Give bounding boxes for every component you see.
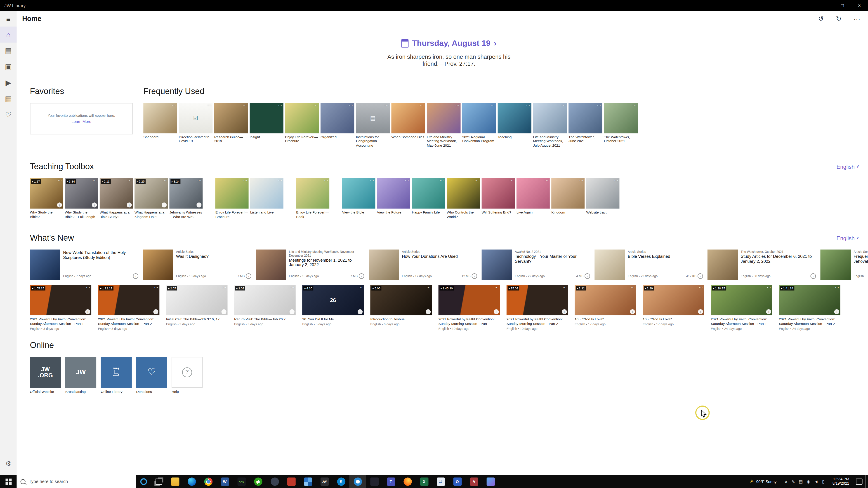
toolbox-tile[interactable]: 1:17 ··· ↓ Why Study the Bible? xyxy=(30,178,63,219)
more-menu-icon[interactable]: ··· xyxy=(614,179,618,182)
start-button[interactable] xyxy=(0,475,17,488)
more-menu-icon[interactable]: ··· xyxy=(509,179,514,182)
download-icon[interactable]: ↓ xyxy=(289,310,294,315)
whats-new-video-tile[interactable]: 2:32 ··· ↓ 105. "God Is Love" English • … xyxy=(575,285,636,330)
more-menu-icon[interactable]: ··· xyxy=(455,103,459,107)
more-menu-icon[interactable]: ··· xyxy=(699,286,703,289)
more-menu-icon[interactable]: ··· xyxy=(545,179,549,182)
download-icon[interactable]: ↓ xyxy=(153,310,158,315)
publication-tile[interactable]: ··· Enjoy Life Forever!—Brochure xyxy=(285,103,319,147)
more-menu-icon[interactable]: ··· xyxy=(361,250,365,254)
whats-new-publication-card[interactable]: Article Series How Your Donations Are Us… xyxy=(369,250,479,281)
task-view-icon[interactable] xyxy=(151,475,167,488)
publication-tile[interactable]: ··· Life and Ministry Meeting Workbook, … xyxy=(427,103,460,147)
taskbar-app-grid[interactable] xyxy=(300,475,316,488)
touch-keyboard-icon[interactable]: ▤ xyxy=(797,479,805,484)
download-icon[interactable]: ↓ xyxy=(85,310,90,315)
online-tile[interactable]: ♡ Donations xyxy=(136,357,167,394)
toolbox-tile[interactable]: ··· Listen and Live xyxy=(250,178,283,219)
sidebar-item-publications[interactable]: ▣ xyxy=(0,59,17,75)
whats-new-publication-card[interactable]: Awake! No. 2 2021 Technology—Your Master… xyxy=(482,250,592,281)
battery-icon[interactable]: ▯ xyxy=(820,479,826,484)
whats-new-publication-card[interactable]: The Watchtower, October 2021 Study Artic… xyxy=(708,250,818,281)
publication-tile[interactable]: ▤ ··· Instructions for Congregation Acco… xyxy=(356,103,390,147)
more-menu-icon[interactable]: ··· xyxy=(427,286,431,289)
volume-icon[interactable]: ◄ xyxy=(812,479,820,484)
whats-new-video-tile[interactable]: 35:02 ··· ↓ 2021 Powerful by Faith! Conv… xyxy=(506,285,568,330)
more-menu-icon[interactable]: ··· xyxy=(359,286,363,289)
whats-new-video-tile[interactable]: 1:41:14 ··· ↓ 2021 Powerful by Faith! Co… xyxy=(779,285,840,330)
more-menu-icon[interactable]: ··· xyxy=(324,179,328,182)
more-menu-icon[interactable]: ··· xyxy=(349,103,353,107)
taskbar-weather[interactable]: ☀ 90°F Sunny xyxy=(746,479,780,484)
hidden-icons-chevron[interactable]: ∧ xyxy=(782,479,789,484)
network-icon[interactable]: ◉ xyxy=(805,479,812,484)
more-menu-icon[interactable]: ··· xyxy=(384,103,389,107)
download-icon[interactable]: ↓ xyxy=(196,203,202,207)
taskbar-app-quickbooks[interactable]: qb xyxy=(250,475,266,488)
minimize-button[interactable]: – xyxy=(816,0,834,11)
taskbar-app-khs[interactable]: KHS xyxy=(233,475,250,488)
download-icon[interactable]: ↓ xyxy=(426,310,431,315)
more-menu-icon[interactable]: ··· xyxy=(631,286,635,289)
publication-tile[interactable]: ··· The Watchtower, June 2021 xyxy=(568,103,602,147)
more-menu-icon[interactable]: ··· xyxy=(495,286,499,289)
taskbar-clock[interactable]: 12:34 PM 8/19/2021 xyxy=(829,477,853,486)
publication-tile[interactable]: ··· When Someone Dies xyxy=(391,103,425,147)
whats-new-publication-card[interactable]: New World Translation of the Holy Script… xyxy=(30,250,141,281)
publication-tile[interactable]: ··· Shepherd xyxy=(143,103,177,147)
taskbar-app-file-explorer[interactable] xyxy=(166,475,183,488)
online-tile[interactable]: JW Broadcasting xyxy=(65,357,96,394)
toolbox-tile[interactable]: ··· Happy Family Life xyxy=(412,178,445,219)
toolbox-tile[interactable]: 2:25 ··· ↓ What Happens at a Kingdom Hal… xyxy=(134,178,168,219)
more-menu-icon[interactable]: ··· xyxy=(561,103,565,107)
cortana-icon[interactable] xyxy=(135,475,151,488)
toolbox-tile[interactable]: ··· Will Suffering End? xyxy=(482,178,515,219)
publication-tile[interactable]: ··· Teaching xyxy=(498,103,531,147)
taskbar-app-dark[interactable] xyxy=(366,475,382,488)
sidebar-item-ministry[interactable]: ♡ xyxy=(0,107,17,123)
download-icon[interactable]: ↓ xyxy=(246,273,251,279)
more-menu-icon[interactable]: ··· xyxy=(405,179,409,182)
toolbox-tile[interactable]: 2:11 ··· ↓ What Happens at a Bible Study… xyxy=(100,178,133,219)
whats-new-language-dropdown[interactable]: English ∨ xyxy=(837,235,859,241)
more-menu-icon[interactable]: ··· xyxy=(579,179,583,182)
whats-new-video-tile[interactable]: 26 4:30 ··· ↓ 26. You Did It for Me Engl… xyxy=(302,285,364,330)
action-center-icon[interactable] xyxy=(853,478,865,484)
toolbox-tile[interactable]: 3:24 ··· ↓ Jehovah's Witnesses—Who Are W… xyxy=(169,178,203,219)
whats-new-publication-card[interactable]: Article Series Bible Verses Explained En… xyxy=(594,250,705,281)
taskbar-app-skype[interactable]: S xyxy=(333,475,349,488)
more-menu-icon[interactable]: ··· xyxy=(700,250,704,254)
more-menu-icon[interactable]: ··· xyxy=(835,286,839,289)
download-icon[interactable]: ↓ xyxy=(834,310,839,315)
publication-tile[interactable]: ··· Insight xyxy=(250,103,283,147)
online-tile[interactable]: JW .ORG Official Website xyxy=(30,357,61,394)
download-icon[interactable]: ↓ xyxy=(698,273,703,279)
maximize-button[interactable]: □ xyxy=(834,0,851,11)
taskbar-app-access[interactable]: A xyxy=(466,475,482,488)
more-menu-icon[interactable]: ··· xyxy=(162,179,166,182)
toolbox-tile[interactable]: ··· Who Controls the World? xyxy=(447,178,480,219)
more-menu-icon[interactable]: ··· xyxy=(420,103,424,107)
more-menu-icon[interactable]: ··· xyxy=(243,103,247,107)
whats-new-video-tile[interactable]: 1:45:30 ··· ↓ 2021 Powerful by Faith! Co… xyxy=(438,285,500,330)
download-icon[interactable]: ↓ xyxy=(221,310,226,315)
whats-new-video-tile[interactable]: 5:06 ··· ↓ Introduction to Joshua Englis… xyxy=(370,285,432,330)
publication-tile[interactable]: ··· Research Guide—2019 xyxy=(214,103,248,147)
download-icon[interactable]: ↓ xyxy=(133,273,138,279)
daily-text-date-link[interactable]: Thursday, August 19 › xyxy=(401,39,496,47)
more-menu-icon[interactable]: ··· xyxy=(207,103,211,107)
more-menu-icon[interactable]: ··· xyxy=(86,286,90,289)
more-menu-icon[interactable]: ··· xyxy=(172,103,176,107)
close-button[interactable]: × xyxy=(851,0,868,11)
publication-tile[interactable]: ··· The Watchtower, October 2021 xyxy=(604,103,638,147)
whats-new-video-tile[interactable]: 1:05:15 ··· ↓ 2021 Powerful by Faith! Co… xyxy=(30,285,91,330)
toolbox-tile[interactable]: ··· Live Again xyxy=(517,178,550,219)
toolbox-tile[interactable]: 3:34 ··· ↓ Why Study the Bible?—Full Len… xyxy=(65,178,98,219)
online-tile[interactable]: ? Help xyxy=(172,357,203,394)
more-menu-icon[interactable]: ··· xyxy=(278,179,282,182)
more-menu-icon[interactable]: ··· xyxy=(440,179,444,182)
sidebar-item-bible[interactable]: ▤ xyxy=(0,43,17,59)
more-menu-icon[interactable]: ··· xyxy=(313,103,318,107)
taskbar-app-photos[interactable] xyxy=(482,475,499,488)
